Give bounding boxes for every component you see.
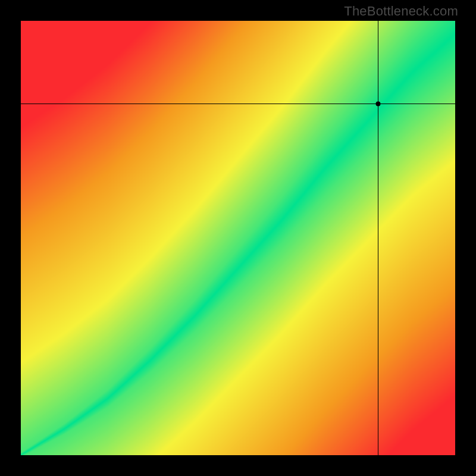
crosshair-overlay bbox=[21, 21, 455, 455]
outer-frame: TheBottleneck.com bbox=[0, 0, 476, 476]
heatmap-plot bbox=[21, 21, 455, 455]
watermark-text: TheBottleneck.com bbox=[344, 4, 458, 19]
